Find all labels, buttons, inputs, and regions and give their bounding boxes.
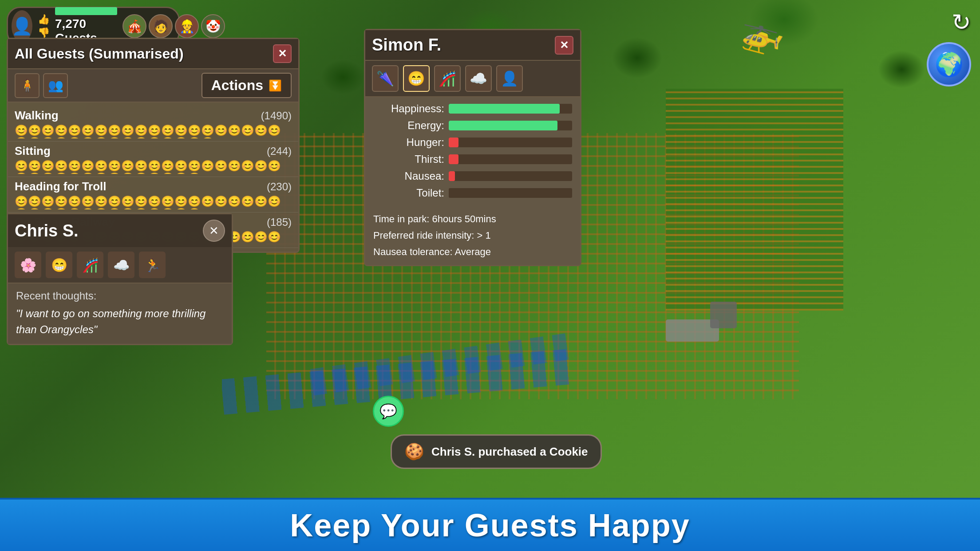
cookie-text: Chris S. purchased a Cookie xyxy=(431,445,588,459)
thirst-label: Thirst: xyxy=(373,153,444,165)
chris-icon-flower[interactable]: 🌸 xyxy=(15,252,41,278)
ride-intensity: Preferred ride intensity: > 1 xyxy=(373,229,572,243)
stat-toilet: Toilet: xyxy=(373,187,572,199)
dropdown-arrow-icon: ⏬ xyxy=(269,79,282,92)
nausea-bar-bg xyxy=(449,171,572,181)
simon-info-area: Time in park: 6hours 50mins Preferred ri… xyxy=(365,209,580,265)
stat-nausea: Nausea: xyxy=(373,170,572,182)
thirst-bar-fill xyxy=(449,154,458,164)
energy-bar-bg xyxy=(449,121,572,130)
staff-icon-1[interactable]: 🎪 xyxy=(122,14,146,38)
all-guests-header: All Guests (Summarised) ✕ xyxy=(8,39,298,69)
simon-stats-area: Happiness: Energy: Hunger: Thirst: xyxy=(365,97,580,209)
simon-icon-face[interactable]: 😁 xyxy=(403,65,430,92)
category-heading-troll: Heading for Troll (230) 😊😊😊😊😊😊😊😊😊😊😊😊😊😊😊😊… xyxy=(8,177,298,213)
nausea-label: Nausea: xyxy=(373,170,444,182)
stat-energy: Energy: xyxy=(373,119,572,132)
category-walking-count: (1490) xyxy=(261,110,292,122)
chris-icon-person[interactable]: 🏃 xyxy=(139,252,166,278)
happiness-bar-bg xyxy=(449,104,572,114)
chris-icons-row: 🌸 😁 🎢 ☁️ 🏃 xyxy=(8,247,232,283)
filter-icon-1[interactable]: 🧍 xyxy=(15,73,40,98)
toilet-bar-bg xyxy=(449,188,572,198)
chris-icon-cloud[interactable]: ☁️ xyxy=(108,252,134,278)
simon-header: Simon F. ✕ xyxy=(365,30,580,61)
simon-panel: Simon F. ✕ 🌂 😁 🎢 ☁️ 👤 Happiness: Energy:… xyxy=(364,29,581,266)
cookie-notification: 🍪 Chris S. purchased a Cookie xyxy=(391,434,602,469)
simon-name: Simon F. xyxy=(372,35,441,55)
stat-hunger: Hunger: xyxy=(373,136,572,149)
stat-happiness: Happiness: xyxy=(373,102,572,115)
simon-icon-umbrella[interactable]: 🌂 xyxy=(372,65,399,92)
nausea-tolerance: Nausea tolerance: Average xyxy=(373,245,572,259)
happiness-label: Happiness: xyxy=(373,102,444,115)
simon-icons-row: 🌂 😁 🎢 ☁️ 👤 xyxy=(365,61,580,97)
simon-icon-person[interactable]: 👤 xyxy=(496,65,523,92)
chris-header: Chris S. ✕ xyxy=(8,214,232,247)
category-sitting: Sitting (244) 😊😊😊😊😊😊😊😊😊😊😊😊😊😊😊😊😊😊😊😊😊😊😊😊😊😊… xyxy=(8,142,298,177)
rotate-arrows-icon[interactable]: ↻ xyxy=(952,9,971,35)
category-walking-name: Walking xyxy=(15,109,59,122)
filter-icon-2[interactable]: 👥 xyxy=(43,73,68,98)
chat-bubble-icon: 💬 xyxy=(379,403,397,420)
filter-icons: 🧍 👥 xyxy=(15,73,68,98)
category-sitting-name: Sitting xyxy=(15,144,51,158)
category-sitting-count: (244) xyxy=(267,145,292,157)
chris-icon-coaster[interactable]: 🎢 xyxy=(77,252,103,278)
hunger-bar-fill xyxy=(449,138,458,147)
energy-label: Energy: xyxy=(373,119,444,132)
globe-icon: 🌍 xyxy=(935,51,964,78)
category-walking: Walking (1490) 😊😊😊😊😊😊😊😊😊😊😊😊😊😊😊😊😊😊😊😊😊😊😊😊😊… xyxy=(8,106,298,142)
all-guests-close-button[interactable]: ✕ xyxy=(273,44,292,63)
globe-button[interactable]: 🌍 xyxy=(927,42,971,87)
simon-icon-coaster[interactable]: 🎢 xyxy=(434,65,461,92)
chris-thoughts-area: Recent thoughts: "I want to go on someth… xyxy=(8,283,232,344)
chris-panel: Chris S. ✕ 🌸 😁 🎢 ☁️ 🏃 Recent thoughts: "… xyxy=(7,213,233,345)
thoughts-text: "I want to go on something more thrillin… xyxy=(16,306,224,338)
staff-icons-area: 🎪 🧑 👷 🤡 xyxy=(122,14,225,38)
sitting-faces: 😊😊😊😊😊😊😊😊😊😊😊😊😊😊😊😊😊😊😊😊😊😊😊😊😊😊😊😊😊😊😊😊😊😊 xyxy=(15,160,292,174)
troll-faces: 😊😊😊😊😊😊😊😊😊😊😊😊😊😊😊😊😊😊😊😊😊😊😊😊😊😊😊😊😊😊😊😊😊😊 xyxy=(15,195,292,209)
chris-name: Chris S. xyxy=(15,221,79,240)
thumbs-icons: 👍 👎 xyxy=(38,14,50,39)
walking-faces: 😊😊😊😊😊😊😊😊😊😊😊😊😊😊😊😊😊😊😊😊😊😊😊😊😊😊😊😊😊😊😊😊😊😊😊 xyxy=(15,124,292,138)
time-in-park: Time in park: 6hours 50mins xyxy=(373,213,572,226)
simon-icon-cloud[interactable]: ☁️ xyxy=(465,65,492,92)
thirst-bar-bg xyxy=(449,154,572,164)
thumbs-up-icon: 👍 xyxy=(38,14,50,25)
nausea-bar-fill xyxy=(449,171,455,181)
bottom-banner: Keep Your Guests Happy xyxy=(0,498,980,551)
staff-icon-2[interactable]: 🧑 xyxy=(149,14,173,38)
toilet-label: Toilet: xyxy=(373,187,444,199)
happiness-bar-fill xyxy=(449,104,560,114)
chris-close-button[interactable]: ✕ xyxy=(203,220,225,242)
category-troll-count: (230) xyxy=(267,181,292,193)
actions-label: Actions xyxy=(211,77,263,94)
simon-close-button[interactable]: ✕ xyxy=(555,36,573,55)
overall-happiness-bar xyxy=(55,7,117,15)
actions-button[interactable]: Actions ⏬ xyxy=(202,73,292,98)
energy-bar-fill xyxy=(449,121,557,130)
staff-icon-4[interactable]: 🤡 xyxy=(201,14,225,38)
banner-text: Keep Your Guests Happy xyxy=(290,507,690,543)
hunger-bar-bg xyxy=(449,138,572,147)
all-guests-toolbar: 🧍 👥 Actions ⏬ xyxy=(8,69,298,102)
stat-thirst: Thirst: xyxy=(373,153,572,165)
category-troll-name: Heading for Troll xyxy=(15,180,107,193)
thumbs-down-icon: 👎 xyxy=(38,27,50,39)
chris-icon-face[interactable]: 😁 xyxy=(46,252,72,278)
thoughts-title: Recent thoughts: xyxy=(16,290,224,302)
staff-icon-3[interactable]: 👷 xyxy=(175,14,199,38)
category-railway-count: (185) xyxy=(267,216,292,228)
hunger-label: Hunger: xyxy=(373,136,444,149)
top-right-controls: ↻ 🌍 xyxy=(927,9,971,87)
chat-bubble: 💬 xyxy=(373,396,404,427)
cookie-icon: 🍪 xyxy=(404,442,424,461)
all-guests-title: All Guests (Summarised) xyxy=(15,46,184,62)
